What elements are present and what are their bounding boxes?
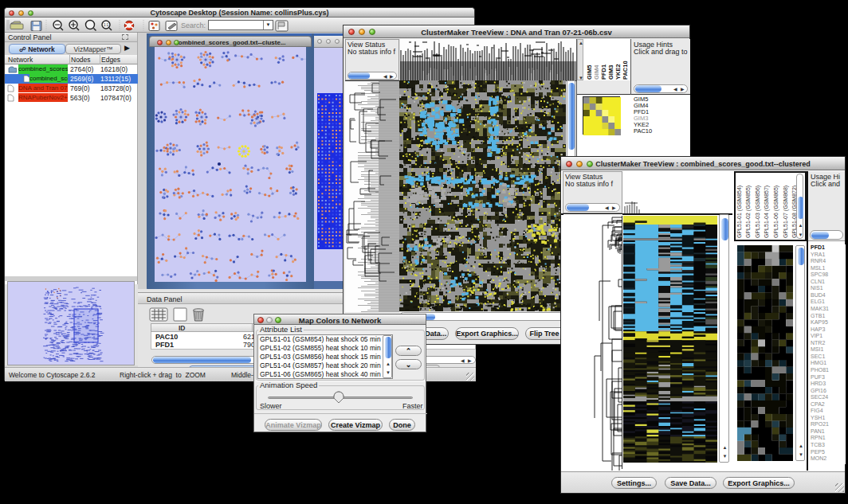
svg-text:YKE2: YKE2 [614, 64, 622, 80]
svg-text:GPL51-01 (GSM854): GPL51-01 (GSM854) [736, 186, 743, 238]
svg-text:GPL51-07 (GSM868): GPL51-07 (GSM868) [783, 186, 789, 238]
svg-text:GPL51-06 (GSM865): GPL51-06 (GSM865) [773, 186, 779, 238]
svg-text:GPL51-04 (GSM857): GPL51-04 (GSM857) [764, 186, 770, 238]
svg-text:GPL51-03 (GSM856): GPL51-03 (GSM856) [755, 186, 761, 238]
svg-text:PFD1: PFD1 [600, 64, 607, 80]
svg-text:1:1: 1:1 [104, 23, 109, 27]
svg-text:GIM5: GIM5 [586, 65, 593, 80]
svg-text:GIM4: GIM4 [593, 64, 600, 80]
svg-text:GIM3: GIM3 [607, 65, 614, 80]
svg-text:PAC10: PAC10 [622, 61, 629, 80]
svg-text:GPL51-02 (GSM855): GPL51-02 (GSM855) [745, 186, 752, 238]
